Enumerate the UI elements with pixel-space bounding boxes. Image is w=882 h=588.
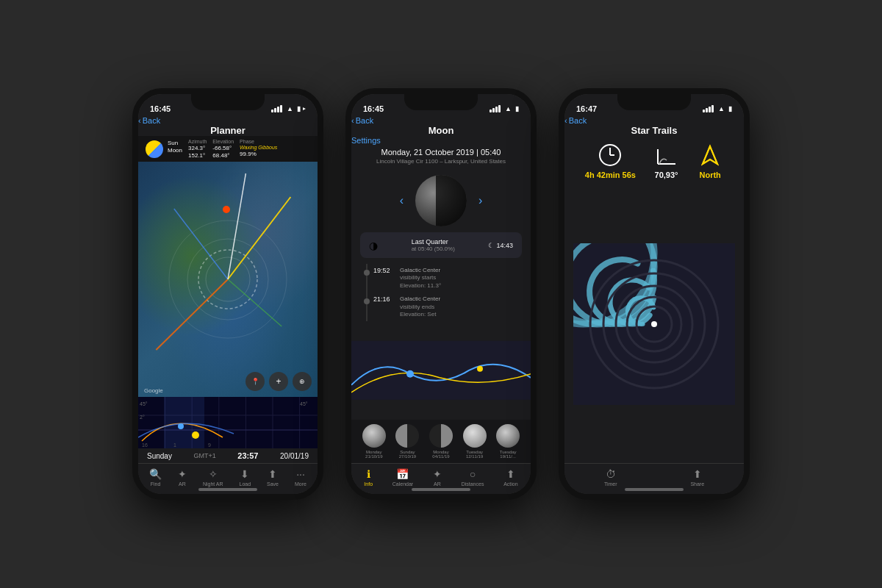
calendar-icon: 📅	[396, 468, 409, 480]
time-3: 16:47	[576, 104, 597, 113]
tab-info[interactable]: ℹ Info	[364, 468, 373, 487]
moonrise-time: ☾ 14:43	[488, 242, 513, 249]
chart-svg	[351, 324, 531, 417]
phase-img-3	[429, 424, 453, 448]
ar-icon-2: ✦	[433, 468, 442, 480]
back-button-2[interactable]: ‹ Back	[351, 116, 531, 125]
tab-save[interactable]: ⬆ Save	[267, 468, 279, 487]
tab-action[interactable]: ⬆ Action	[503, 468, 517, 487]
svg-point-29	[406, 370, 414, 378]
svg-line-4	[228, 197, 290, 279]
time-1: 16:45	[150, 104, 171, 113]
wifi-icon-3: ▲	[718, 105, 725, 112]
phase-item-4[interactable]: Tuesday12/11/19	[463, 424, 487, 459]
chevron-left-icon-3: ‹	[564, 116, 567, 125]
svg-marker-37	[703, 146, 717, 164]
google-label: Google	[144, 387, 163, 394]
add-button[interactable]: +	[269, 372, 288, 391]
back-button-3[interactable]: ‹ Back	[564, 116, 744, 125]
svg-point-30	[477, 366, 483, 372]
phone2-screen: 16:45 ▲ ▮ ‹ Back Moon	[351, 94, 531, 494]
phase-date-4: Tuesday12/11/19	[466, 450, 483, 459]
planner-title: Planner	[138, 125, 318, 136]
svg-rect-19	[164, 397, 204, 448]
signal-bars-1	[271, 105, 282, 112]
map-area[interactable]: Google 📍 + ⊕	[138, 162, 318, 397]
phase-date-5: Tuesday19/11/...	[500, 450, 517, 459]
tab-timer[interactable]: ⏱ Timer	[604, 468, 617, 487]
svg-text:45°: 45°	[300, 401, 308, 406]
moon-chart	[351, 324, 531, 417]
moon-next-button[interactable]: ›	[478, 194, 482, 207]
moon-viewer: ‹ ›	[351, 169, 531, 232]
settings-button[interactable]: Settings	[351, 136, 531, 145]
time-2: 16:45	[363, 104, 384, 113]
moon-title: Moon	[351, 125, 531, 136]
tab-ar-2[interactable]: ✦ AR	[433, 468, 442, 487]
action-icon: ⬆	[506, 468, 515, 480]
map-svg	[138, 162, 318, 397]
phase-item-2[interactable]: Sunday27/10/19	[395, 424, 419, 459]
moon-date-location: Monday, 21 October 2019 | 05:40 Lincoln …	[351, 145, 531, 169]
load-icon: ⬇	[240, 468, 249, 480]
save-icon: ⬆	[268, 468, 277, 480]
moon-prev-button[interactable]: ‹	[400, 194, 404, 207]
metric-duration: 4h 42min 56s	[585, 142, 636, 179]
more-icon: ···	[296, 468, 305, 480]
phase-item-5[interactable]: Tuesday19/11/...	[496, 424, 520, 459]
phone1-screen: 16:45 ▲ ▮ ▸ ‹ Back	[138, 94, 318, 494]
phase-img-2	[395, 424, 419, 448]
phase-detail: at 05:40 (50.0%)	[412, 245, 455, 252]
tab-ar[interactable]: ✦ AR	[178, 468, 187, 487]
nav-bar-1: ‹ Back Planner	[138, 116, 318, 136]
status-icons-1: ▲ ▮ ▸	[271, 105, 306, 112]
phase-img-1	[362, 424, 386, 448]
phase-name: Last Quarter	[412, 238, 455, 245]
chevron-left-icon-1: ‹	[138, 116, 141, 125]
tab-distances[interactable]: ○ Distances	[462, 468, 484, 487]
svg-marker-36	[703, 146, 717, 164]
share-icon: ⬆	[693, 468, 702, 480]
back-button-1[interactable]: ‹ Back	[138, 116, 318, 125]
moon-nav: ‹ Back Moon Settings	[351, 116, 531, 145]
battery-icon-2: ▮	[515, 105, 519, 112]
gmt-label: GMT+1	[194, 452, 216, 459]
svg-point-45	[653, 323, 656, 326]
timeline-bar[interactable]: 45° 2° 45° 16 1 9	[138, 397, 318, 448]
distances-icon: ○	[470, 468, 476, 480]
date-display: 20/01/19	[280, 452, 309, 460]
tab-more[interactable]: ··· More	[295, 468, 306, 487]
phase-item-1[interactable]: Monday21/10/19	[362, 424, 386, 459]
svg-point-20	[192, 431, 199, 439]
phase-date-1: Monday21/10/19	[365, 450, 382, 459]
tab-night-ar[interactable]: ✧ Night AR	[203, 468, 223, 487]
home-indicator-3	[625, 488, 684, 491]
tab-calendar[interactable]: 📅 Calendar	[392, 468, 413, 487]
phones-container: 16:45 ▲ ▮ ▸ ‹ Back	[132, 88, 750, 500]
sun-moon-bar: Sun Moon Azimuth 324.3° 152.1° Elevation…	[138, 136, 318, 162]
star-metrics: 4h 42min 56s 70,93°	[564, 136, 744, 185]
signal-bars-2	[490, 105, 501, 112]
info-icon: ℹ	[367, 468, 370, 480]
time-display: 23:57	[237, 451, 258, 460]
svg-line-5	[156, 279, 228, 350]
tab-find[interactable]: 🔍 Find	[149, 468, 162, 487]
galactic-events: 19:52 Galactic Center visibility starts …	[351, 264, 531, 321]
chevron-left-icon-2: ‹	[351, 116, 354, 125]
phase-date-3: Monday04/11/19	[432, 450, 449, 459]
battery-icon-3: ▮	[728, 105, 732, 112]
status-bar-1: 16:45 ▲ ▮ ▸	[138, 94, 318, 116]
day-label: Sunday	[147, 452, 172, 460]
phase-item-3[interactable]: Monday04/11/19	[429, 424, 453, 459]
trails-svg	[573, 243, 735, 405]
location-button[interactable]: 📍	[245, 372, 265, 391]
moon-image	[415, 175, 467, 226]
layers-button[interactable]: ⊕	[293, 372, 312, 391]
timer-icon: ⏱	[606, 468, 616, 480]
tab-share[interactable]: ⬆ Share	[690, 468, 704, 487]
status-icons-2: ▲ ▮	[490, 105, 519, 112]
phase-img-4	[463, 424, 487, 448]
phone-star-trails: 16:47 ▲ ▮ ‹ Back Star Trails	[559, 88, 750, 500]
event-2: 21:16 Galactic Center visibility ends El…	[366, 293, 522, 321]
tab-load[interactable]: ⬇ Load	[240, 468, 251, 487]
